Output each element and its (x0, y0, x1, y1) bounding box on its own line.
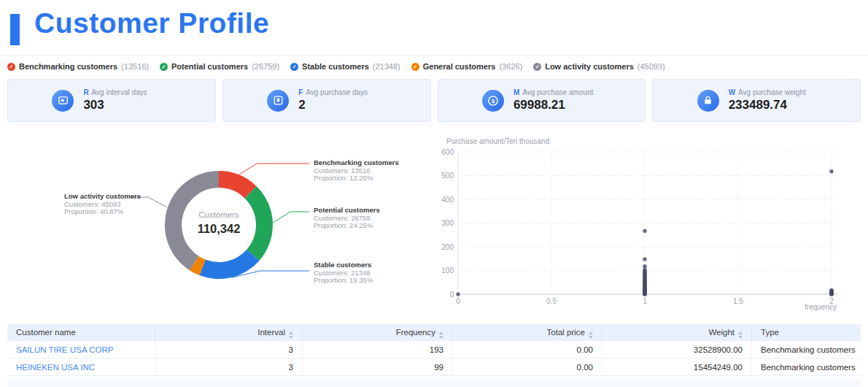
donut-callout-low-activity-customers: Low activity customersCustomers: 45093Pr… (64, 193, 141, 216)
legend-item-label: Potential customers (171, 62, 248, 71)
callout-proportion: Proportion: 19.35% (314, 277, 373, 285)
stat-card-value: 69988.21 (514, 98, 601, 112)
table-cell-frequency: 99 (303, 359, 453, 375)
callout-title: Benchmarking customers (314, 159, 399, 167)
legend-item-benchmarking-customers[interactable]: ✓Benchmarking customers(13516) (7, 62, 149, 71)
y-tick-label: 0 (449, 291, 454, 299)
table-cell-customer-name: HEINEKEN USA INC (7, 359, 155, 375)
stat-card-letter: M (514, 88, 519, 96)
callout-title: Stable customers (314, 261, 373, 269)
table-row: SAILUN TIRE USA CORP31930.0032528900.00B… (7, 341, 861, 359)
table-header-interval[interactable]: Interval (155, 324, 303, 341)
y-tick-label: 300 (441, 219, 454, 227)
customer-name-link[interactable]: HEINEKEN USA INC (16, 363, 95, 372)
table-cell-frequency: 193 (303, 341, 453, 358)
check-circle-icon: ✓ (411, 63, 419, 71)
stat-card-letter: R (83, 88, 88, 96)
sort-caret-down-icon (738, 336, 743, 339)
stat-card-label: Avg purchase days (306, 88, 368, 96)
legend-item-count: (13516) (121, 62, 149, 71)
table-header-frequency[interactable]: Frequency (303, 324, 453, 341)
legend-item-general-customers[interactable]: ✓General customers(3626) (411, 62, 522, 71)
page-title: Customer Profile (34, 7, 269, 39)
bookmark-icon (267, 90, 289, 112)
legend-item-label: General customers (423, 62, 496, 71)
stat-card-text: MAvg purchase amount69988.21 (514, 88, 601, 112)
legend-item-label: Benchmarking customers (19, 62, 117, 71)
stat-card-label: Avg interval days (92, 88, 147, 96)
column-label: Interval (257, 328, 285, 337)
scatter-point (643, 257, 646, 261)
table-header-total-price[interactable]: Total price (453, 324, 602, 341)
legend-item-count: (3626) (499, 62, 522, 71)
table-row: HEINEKEN USA INC3990.0015454249.00Benchm… (7, 359, 861, 376)
stat-card-value: 233489.74 (729, 98, 816, 112)
stat-card-avg-interval-days: RAvg interval days303 (7, 79, 216, 122)
scatter-point (643, 229, 646, 233)
donut-callout-line (239, 164, 309, 175)
x-tick-label: 0.5 (546, 297, 557, 305)
callout-proportion: Proportion: 40.87% (64, 208, 141, 216)
stat-card-letter: W (729, 88, 735, 96)
check-circle-icon: ✓ (160, 63, 168, 71)
sort-caret-down-icon (289, 336, 293, 339)
x-axis-title: frequency (805, 303, 837, 311)
stat-card-label: Avg purchase weight (738, 88, 806, 96)
customer-profile-page: Customer Profile ✓Benchmarking customers… (0, 0, 868, 387)
legend-item-label: Stable customers (302, 62, 369, 71)
callout-proportion: Proportion: 12.25% (314, 175, 399, 183)
header-divider (0, 55, 868, 55)
stat-card-title: RAvg interval days (83, 88, 171, 96)
callout-title: Low activity customers (64, 193, 141, 201)
sort-icon (738, 332, 743, 339)
table-cell-type: Benchmarking customers (752, 341, 861, 358)
stat-card-avg-purchase-weight: WAvg purchase weight233489.74 (652, 79, 861, 122)
donut-slice-low-activity-customers[interactable] (165, 171, 219, 270)
y-tick-label: 600 (441, 148, 454, 156)
customer-name-link[interactable]: SAILUN TIRE USA CORP (16, 345, 113, 354)
table-cell-weight: 15454249.00 (602, 359, 752, 375)
stat-card-text: FAvg purchase days2 (298, 88, 386, 112)
table-cell-interval: 3 (155, 359, 303, 375)
weight-bag-icon (697, 90, 719, 112)
check-circle-icon: ✓ (290, 63, 298, 71)
check-circle-icon: ✓ (533, 63, 541, 71)
callout-title: Potential customers (314, 207, 380, 215)
check-circle-icon: ✓ (7, 63, 15, 71)
legend-item-label: Low activity customers (545, 62, 634, 71)
stat-card-value: 2 (298, 98, 386, 112)
legend-item-potential-customers[interactable]: ✓Potential customers(26759) (160, 62, 279, 71)
table-cell-total-price: 0.00 (453, 359, 602, 375)
stat-card-title: WAvg purchase weight (729, 88, 816, 96)
stat-card-avg-purchase-amount: $MAvg purchase amount69988.21 (438, 79, 646, 122)
stat-card-title: MAvg purchase amount (514, 88, 601, 96)
sort-icon (289, 332, 293, 339)
y-tick-label: 100 (441, 267, 454, 275)
table-cell-total-price: 0.00 (453, 341, 602, 358)
legend-item-count: (26759) (252, 62, 279, 71)
scatter-point (643, 292, 646, 296)
scatter-point (829, 169, 833, 173)
legend-item-low-activity-customers[interactable]: ✓Low activity customers(45093) (533, 62, 665, 71)
donut-slice-potential-customers[interactable] (245, 186, 273, 261)
y-tick-label: 400 (441, 196, 454, 204)
stat-cards-row: RAvg interval days303FAvg purchase days2… (7, 79, 861, 122)
column-label: Customer name (16, 328, 76, 337)
title-accent-bar (10, 14, 20, 45)
stat-card-title: FAvg purchase days (298, 88, 386, 96)
table-cell-customer-name: SAILUN TIRE USA CORP (7, 341, 155, 358)
table-cell-interval: 3 (155, 341, 303, 358)
table-next-row-strip (7, 379, 861, 387)
stat-card-letter: F (298, 88, 303, 96)
legend-item-stable-customers[interactable]: ✓Stable customers(21348) (290, 62, 400, 71)
stat-card-value: 303 (83, 98, 171, 112)
column-label: Weight (708, 328, 735, 337)
table-header-customer-name: Customer name (7, 324, 155, 341)
y-tick-label: 200 (441, 243, 454, 251)
svg-text:$: $ (492, 98, 495, 104)
donut-slice-stable-customers[interactable] (199, 250, 259, 279)
table-header-weight[interactable]: Weight (602, 324, 752, 341)
table-header-type: Type (752, 324, 861, 341)
stat-card-label: Avg purchase amount (522, 88, 593, 96)
stat-card-text: WAvg purchase weight233489.74 (729, 88, 816, 112)
